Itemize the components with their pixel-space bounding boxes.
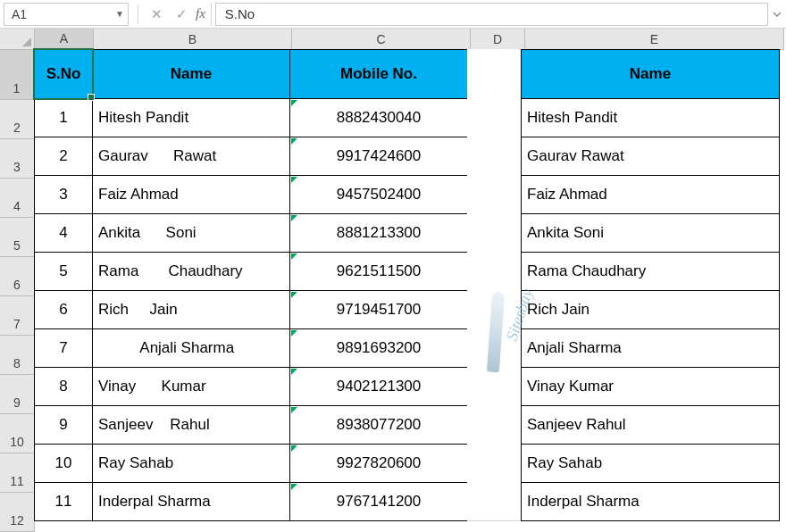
cell-b11[interactable]: Ray Sahab <box>92 444 290 483</box>
dropdown-icon[interactable]: ▼ <box>115 9 124 19</box>
cell-c9[interactable]: 9402121300 <box>289 367 468 406</box>
cell-e2[interactable]: Hitesh Pandit <box>521 98 780 137</box>
row-headers: 123456789101112 <box>0 50 35 532</box>
cell-b5[interactable]: Ankita Soni <box>92 213 290 253</box>
cell-c6[interactable]: 9621511500 <box>289 252 468 291</box>
cell-c3[interactable]: 9917424600 <box>289 137 468 176</box>
error-indicator-icon <box>291 445 297 452</box>
error-indicator-icon <box>291 407 297 413</box>
error-indicator-icon <box>291 177 297 183</box>
cell-e10[interactable]: Sanjeev Rahul <box>521 405 780 445</box>
cell-c12[interactable]: 9767141200 <box>289 482 468 521</box>
row-header-1[interactable]: 1 <box>0 50 35 100</box>
row-header-2[interactable]: 2 <box>0 100 35 139</box>
cell-a3[interactable]: 2 <box>34 137 93 176</box>
cell-a11[interactable]: 10 <box>34 444 93 483</box>
cell-d1[interactable] <box>467 49 522 99</box>
cell-a6[interactable]: 5 <box>34 252 93 291</box>
row-header-3[interactable]: 3 <box>0 139 35 179</box>
divider <box>211 3 212 26</box>
fx-icon[interactable]: fx <box>194 6 211 21</box>
name-box-value: A1 <box>12 7 27 21</box>
cell-b3[interactable]: Gaurav Rawat <box>92 137 290 176</box>
cell-e7[interactable]: Rich Jain <box>521 290 780 329</box>
cell-e1[interactable]: Name <box>521 49 780 99</box>
cell-c5[interactable]: 8881213300 <box>289 213 468 253</box>
cell-c2[interactable]: 8882430040 <box>289 98 468 137</box>
column-header-d[interactable]: D <box>471 29 525 50</box>
cell-e4[interactable]: Faiz Ahmad <box>521 175 780 214</box>
cell-e6[interactable]: Rama Chaudhary <box>521 252 780 291</box>
cell-a12[interactable]: 11 <box>34 482 93 521</box>
enter-icon: ✓ <box>169 3 194 26</box>
cell-a7[interactable]: 6 <box>34 290 93 329</box>
divider <box>138 4 138 24</box>
cell-e3[interactable]: Gaurav Rawat <box>521 137 780 176</box>
cell-e9[interactable]: Vinay Kumar <box>521 367 780 406</box>
cell-a10[interactable]: 9 <box>34 405 93 445</box>
error-indicator-icon <box>291 292 297 298</box>
cell-d11[interactable] <box>467 444 522 483</box>
cell-e12[interactable]: Inderpal Sharma <box>521 482 780 521</box>
cell-d4[interactable] <box>467 175 522 214</box>
cell-b1[interactable]: Name <box>92 49 290 99</box>
cell-c10[interactable]: 8938077200 <box>289 405 468 445</box>
cell-a9[interactable]: 8 <box>34 367 93 406</box>
select-all-corner[interactable] <box>0 29 35 50</box>
error-indicator-icon <box>291 330 297 337</box>
row-header-6[interactable]: 6 <box>0 257 35 296</box>
cell-e5[interactable]: Ankita Soni <box>521 213 780 253</box>
cell-b2[interactable]: Hitesh Pandit <box>92 98 290 137</box>
row-header-5[interactable]: 5 <box>0 218 35 257</box>
cell-d9[interactable] <box>467 367 522 406</box>
cell-e11[interactable]: Ray Sahab <box>521 444 780 483</box>
cell-a1[interactable]: S.No <box>34 49 93 99</box>
cell-a8[interactable]: 7 <box>34 328 93 368</box>
cell-d6[interactable] <box>467 252 522 291</box>
column-header-c[interactable]: C <box>292 29 471 50</box>
column-header-a[interactable]: A <box>35 29 94 50</box>
error-indicator-icon <box>291 369 297 375</box>
cell-d12[interactable] <box>467 482 522 521</box>
row-header-7[interactable]: 7 <box>0 296 35 336</box>
cell-c11[interactable]: 9927820600 <box>289 444 468 483</box>
cancel-icon: ✕ <box>144 3 169 26</box>
cell-b4[interactable]: Faiz Ahmad <box>92 175 290 214</box>
cell-c4[interactable]: 9457502400 <box>289 175 468 214</box>
error-indicator-icon <box>291 484 297 490</box>
column-headers: ABCDE <box>35 29 784 50</box>
cell-b10[interactable]: Sanjeev Rahul <box>92 405 290 445</box>
row-header-4[interactable]: 4 <box>0 179 35 218</box>
cell-b9[interactable]: Vinay Kumar <box>92 367 290 406</box>
cell-d5[interactable] <box>467 213 522 253</box>
expand-formula-icon[interactable] <box>768 9 786 20</box>
row-header-10[interactable]: 10 <box>0 414 35 453</box>
cells-area: S.NoNameMobile No.Name1Hitesh Pandit8882… <box>35 50 780 521</box>
formula-input[interactable]: S.No <box>215 3 768 26</box>
cell-c7[interactable]: 9719451700 <box>289 290 468 329</box>
row-header-12[interactable]: 12 <box>0 493 35 532</box>
row-header-9[interactable]: 9 <box>0 375 35 414</box>
row-header-11[interactable]: 11 <box>0 453 35 493</box>
cell-a2[interactable]: 1 <box>34 98 93 137</box>
cell-d3[interactable] <box>467 137 522 176</box>
cell-a4[interactable]: 3 <box>34 175 93 214</box>
error-indicator-icon <box>291 138 297 145</box>
error-indicator-icon <box>291 254 297 260</box>
name-box[interactable]: A1 ▼ <box>4 3 129 26</box>
column-header-e[interactable]: E <box>525 29 784 50</box>
cell-b6[interactable]: Rama Chaudhary <box>92 252 290 291</box>
cell-b8[interactable]: Anjali Sharma <box>92 328 290 368</box>
error-indicator-icon <box>291 100 297 106</box>
cell-c8[interactable]: 9891693200 <box>289 328 468 368</box>
cell-d10[interactable] <box>467 405 522 445</box>
cell-a5[interactable]: 4 <box>34 213 93 253</box>
column-header-b[interactable]: B <box>94 29 292 50</box>
error-indicator-icon <box>291 215 297 221</box>
row-header-8[interactable]: 8 <box>0 336 35 375</box>
cell-e8[interactable]: Anjali Sharma <box>521 328 780 368</box>
cell-d2[interactable] <box>467 98 522 137</box>
cell-b12[interactable]: Inderpal Sharma <box>92 482 290 521</box>
cell-c1[interactable]: Mobile No. <box>289 49 468 99</box>
cell-b7[interactable]: Rich Jain <box>92 290 290 329</box>
